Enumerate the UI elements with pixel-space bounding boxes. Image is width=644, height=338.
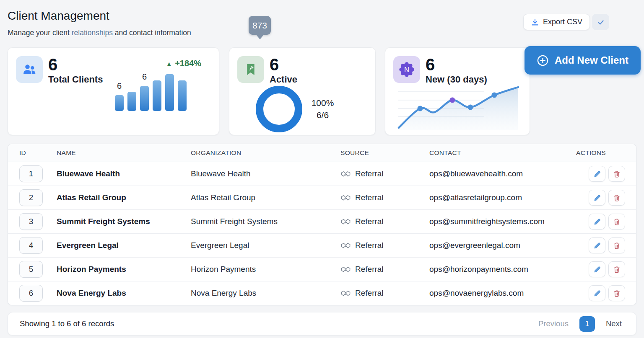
trash-icon bbox=[613, 242, 621, 250]
bar-value-label: 6 bbox=[117, 82, 122, 92]
active-ratio: 6/6 bbox=[307, 109, 338, 121]
subtitle-highlight: relationships bbox=[72, 28, 113, 37]
previous-page-button[interactable]: Previous bbox=[536, 319, 571, 329]
active-percent: 100% bbox=[307, 97, 338, 109]
client-management-page: Client Management Manage your client rel… bbox=[0, 0, 644, 338]
page-title: Client Management bbox=[8, 9, 109, 23]
pencil-icon bbox=[593, 218, 601, 226]
client-contact: ops@atlasretailgroup.com bbox=[429, 193, 576, 202]
column-header-name: NAME bbox=[57, 149, 191, 157]
add-new-client-button[interactable]: Add New Client bbox=[525, 46, 641, 75]
trash-icon bbox=[613, 194, 621, 202]
column-header-contact: CONTACT bbox=[429, 149, 576, 157]
row-id-badge: 5 bbox=[19, 261, 43, 278]
client-name: Atlas Retail Group bbox=[57, 193, 191, 202]
table-body: 1 Bluewave Health Bluewave Health Referr… bbox=[8, 162, 636, 305]
row-id-badge: 4 bbox=[19, 237, 43, 254]
active-donut-stats: 100% 6/6 bbox=[307, 97, 338, 121]
edit-button[interactable] bbox=[589, 190, 605, 206]
handshake-icon bbox=[340, 194, 351, 202]
edit-button[interactable] bbox=[589, 261, 605, 277]
client-organization: Atlas Retail Group bbox=[191, 193, 340, 202]
total-clients-label: Total Clients bbox=[48, 74, 103, 85]
line-marker bbox=[468, 105, 473, 110]
active-label: Active bbox=[270, 74, 297, 85]
edit-button[interactable] bbox=[589, 214, 605, 230]
page-subtitle: Manage your client relationships and con… bbox=[8, 28, 191, 37]
client-source: Referral bbox=[340, 193, 429, 202]
table-row: 2 Atlas Retail Group Atlas Retail Group … bbox=[8, 186, 636, 210]
pencil-icon bbox=[593, 170, 601, 178]
stat-card-total-clients: 6 Total Clients ▲ +184% 66 bbox=[8, 47, 219, 135]
delete-button[interactable] bbox=[608, 261, 625, 277]
client-source: Referral bbox=[340, 169, 429, 178]
client-source: Referral bbox=[340, 289, 429, 298]
pencil-icon bbox=[593, 266, 601, 273]
total-clients-bar-chart: 66 bbox=[115, 61, 187, 111]
client-organization: Horizon Payments bbox=[191, 265, 340, 274]
stat-card-new-clients: N 6 New (30 days) bbox=[385, 47, 530, 135]
new-clients-label: New (30 days) bbox=[426, 74, 487, 85]
trash-icon bbox=[613, 266, 621, 273]
row-id-badge: 6 bbox=[19, 285, 43, 302]
trash-icon bbox=[613, 170, 621, 178]
table-row: 4 Evergreen Legal Evergreen Legal Referr… bbox=[8, 234, 636, 258]
client-source-label: Referral bbox=[355, 169, 384, 178]
table-row: 6 Nova Energy Labs Nova Energy Labs Refe… bbox=[8, 281, 636, 305]
delete-button[interactable] bbox=[608, 214, 625, 230]
check-icon bbox=[597, 18, 605, 26]
pencil-icon bbox=[593, 194, 601, 202]
handshake-icon bbox=[340, 170, 351, 178]
client-source-label: Referral bbox=[355, 241, 384, 250]
edit-button[interactable] bbox=[589, 166, 605, 182]
line-marker bbox=[492, 93, 497, 98]
table-header: ID NAME ORGANIZATION SOURCE CONTACT ACTI… bbox=[8, 144, 636, 162]
table-footer: Showing 1 to 6 of 6 records Previous 1 N… bbox=[8, 312, 636, 335]
row-id-badge: 1 bbox=[19, 165, 43, 182]
table-row: 1 Bluewave Health Bluewave Health Referr… bbox=[8, 162, 636, 186]
count-tooltip-value: 873 bbox=[252, 21, 267, 31]
trash-icon bbox=[613, 218, 621, 226]
pencil-icon bbox=[593, 242, 601, 250]
confirm-check-button[interactable] bbox=[592, 14, 609, 30]
client-contact: ops@novaenergylabs.com bbox=[429, 289, 576, 298]
client-contact: ops@horizonpayments.com bbox=[429, 265, 576, 274]
new-clients-value: 6 bbox=[426, 56, 487, 73]
pencil-icon bbox=[593, 289, 601, 297]
client-name: Evergreen Legal bbox=[57, 241, 191, 250]
client-organization: Summit Freight Systems bbox=[191, 217, 340, 226]
column-header-source: SOURCE bbox=[340, 149, 429, 157]
client-organization: Nova Energy Labs bbox=[191, 289, 340, 298]
bar bbox=[178, 67, 187, 111]
users-icon bbox=[16, 56, 43, 83]
delete-button[interactable] bbox=[608, 237, 625, 253]
client-name: Summit Freight Systems bbox=[57, 217, 191, 226]
bar bbox=[165, 61, 174, 111]
next-page-button[interactable]: Next bbox=[603, 319, 624, 329]
client-source: Referral bbox=[340, 217, 429, 226]
handshake-icon bbox=[340, 242, 351, 250]
delete-button[interactable] bbox=[608, 166, 625, 182]
client-source-label: Referral bbox=[355, 193, 384, 202]
row-id-badge: 2 bbox=[19, 189, 43, 206]
add-new-client-label: Add New Client bbox=[555, 54, 628, 66]
client-contact: ops@evergreenlegal.com bbox=[429, 241, 576, 250]
active-value: 6 bbox=[270, 56, 297, 73]
handshake-icon bbox=[340, 218, 351, 226]
total-clients-value: 6 bbox=[48, 56, 103, 73]
delete-button[interactable] bbox=[608, 190, 625, 206]
current-page-button[interactable]: 1 bbox=[579, 316, 595, 332]
client-source-label: Referral bbox=[355, 265, 384, 274]
bar bbox=[127, 78, 136, 111]
edit-button[interactable] bbox=[589, 285, 605, 301]
export-csv-button[interactable]: Export CSV bbox=[523, 14, 590, 30]
edit-button[interactable] bbox=[589, 237, 605, 253]
bar-value-label: 6 bbox=[142, 72, 147, 83]
clients-table: ID NAME ORGANIZATION SOURCE CONTACT ACTI… bbox=[8, 144, 636, 305]
column-header-organization: ORGANIZATION bbox=[191, 149, 340, 157]
line-marker bbox=[418, 106, 423, 111]
line-marker bbox=[450, 98, 455, 103]
client-name: Nova Energy Labs bbox=[57, 289, 191, 298]
client-source: Referral bbox=[340, 265, 429, 274]
delete-button[interactable] bbox=[608, 285, 625, 301]
